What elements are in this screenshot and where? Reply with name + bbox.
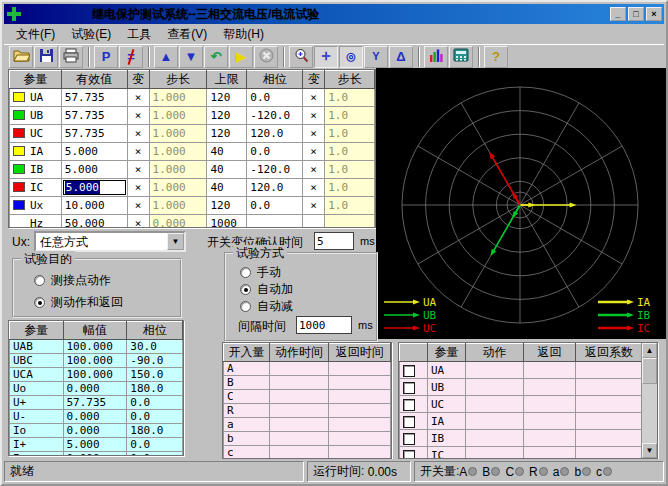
menu-item-4[interactable]: 帮助(H) [215,24,272,45]
param-limit-cell[interactable]: 120 [207,197,247,215]
param-step2-cell[interactable]: 1.0 [325,197,375,215]
close-button[interactable]: × [646,7,662,21]
param-step2-cell[interactable]: 1.0 [325,161,375,179]
param-phase-cell[interactable]: 0.0 [247,197,303,215]
param-step-cell[interactable]: 1.000 [149,107,207,125]
test-mode-option-1[interactable]: 自动加 [240,281,293,298]
param-phase-cell[interactable]: -120.0 [247,107,303,125]
checkbox[interactable] [403,382,415,394]
param-step-cell[interactable]: 0.000 [149,215,207,229]
param-limit-cell[interactable]: 40 [207,179,247,197]
calculator-button[interactable] [449,46,473,68]
scroll-up-icon[interactable]: ▲ [642,343,657,358]
param-step-cell[interactable]: 1.000 [149,161,207,179]
param-step-cell[interactable]: 1.000 [149,143,207,161]
param-step-cell[interactable]: 1.000 [149,179,207,197]
test-mode-option-2[interactable]: 自动减 [240,298,293,315]
step-up-button[interactable]: ▲ [154,46,178,68]
param-vary-cell[interactable]: × [127,107,149,125]
menu-item-3[interactable]: 查看(V) [159,24,215,45]
param-vary2-cell[interactable]: × [303,107,325,125]
bar-chart-button[interactable] [424,46,448,68]
param-step2-cell[interactable]: 1.0 [325,89,375,107]
param-value-cell[interactable]: 57.735 [61,89,127,107]
param-step-cell[interactable]: 1.000 [149,197,207,215]
interval-input[interactable] [296,316,352,334]
param-vary2-cell[interactable]: × [303,125,325,143]
param-limit-cell[interactable]: 120 [207,107,247,125]
param-vary-cell[interactable]: × [127,125,149,143]
menu-item-1[interactable]: 试验(E) [63,24,119,45]
param-phase-cell[interactable]: 0.0 [247,89,303,107]
param-step-cell[interactable]: 1.000 [149,125,207,143]
param-vary-cell[interactable]: × [127,89,149,107]
stop-button[interactable] [254,46,278,68]
maximize-button[interactable]: □ [628,7,644,21]
param-limit-cell[interactable]: 40 [207,161,247,179]
param-phase-cell[interactable]: -120.0 [247,161,303,179]
radio-button[interactable] [34,275,45,286]
param-value-cell[interactable]: 57.735 [61,107,127,125]
param-step2-cell[interactable]: 1.0 [325,179,375,197]
param-limit-cell[interactable]: 40 [207,143,247,161]
param-vary2-cell[interactable]: × [303,143,325,161]
param-vary-cell[interactable]: × [127,143,149,161]
rings-button[interactable]: ◎ [339,46,363,68]
scrollbar-thumb[interactable] [642,358,657,384]
open-button[interactable] [9,46,33,68]
param-step2-cell[interactable] [325,215,375,229]
test-purpose-option-0[interactable]: 测接点动作 [34,272,111,289]
test-mode-option-0[interactable]: 手动 [240,264,281,281]
param-vary2-cell[interactable] [303,215,325,229]
param-vary-cell[interactable]: × [127,161,149,179]
param-phase-cell[interactable]: 120.0 [247,179,303,197]
radio-button[interactable] [240,267,251,278]
axes-button[interactable]: ✛ [314,46,338,68]
print-button[interactable] [59,46,83,68]
checkbox[interactable] [403,399,415,411]
param-value-cell[interactable]: 57.735 [61,125,127,143]
checkbox[interactable] [403,433,415,445]
wye-button[interactable]: Y [364,46,388,68]
param-vary-cell[interactable]: × [127,197,149,215]
param-value-cell[interactable]: 10.000 [61,197,127,215]
checkbox[interactable] [403,365,415,377]
param-limit-cell[interactable]: 120 [207,89,247,107]
radio-button-selected[interactable] [240,284,251,295]
param-vary-cell[interactable]: × [127,179,149,197]
confirm-time-input[interactable] [314,232,354,250]
param-vary2-cell[interactable]: × [303,161,325,179]
scroll-down-icon[interactable]: ▼ [642,443,657,458]
param-step-cell[interactable]: 1.000 [149,89,207,107]
param-value-cell[interactable]: 50.000 [61,215,127,229]
param-vary2-cell[interactable]: × [303,197,325,215]
test-purpose-option-1[interactable]: 测动作和返回 [34,294,123,311]
scrollbar-track[interactable] [642,358,657,443]
param-vary2-cell[interactable]: × [303,179,325,197]
param-limit-cell[interactable]: 120 [207,125,247,143]
ux-mode-select[interactable]: 任意方式 ▼ [34,231,186,252]
run-button[interactable]: ▶ [229,46,253,68]
menu-item-2[interactable]: 工具 [119,24,159,45]
param-phase-cell[interactable]: 120.0 [247,125,303,143]
vertical-scrollbar[interactable]: ▲ ▼ [641,343,657,458]
reset-button[interactable]: ↶ [204,46,228,68]
param-value-cell[interactable]: 5.000 [61,179,127,197]
menu-item-0[interactable]: 文件(F) [8,24,63,45]
param-limit-cell[interactable]: 1000 [207,215,247,229]
param-value-cell[interactable]: 5.000 [61,143,127,161]
param-phase-cell[interactable] [247,215,303,229]
pause-button[interactable]: P [94,46,118,68]
checkbox[interactable] [403,416,415,428]
param-step2-cell[interactable]: 1.0 [325,143,375,161]
checkbox[interactable] [403,450,415,460]
minimize-button[interactable]: _ [610,7,626,21]
radio-button-selected[interactable] [34,297,45,308]
param-vary2-cell[interactable]: × [303,89,325,107]
param-value-cell[interactable]: 5.000 [61,161,127,179]
delta-button[interactable]: Δ [389,46,413,68]
param-step2-cell[interactable]: 1.0 [325,125,375,143]
phase-switch-button[interactable]: = [119,46,143,68]
param-vary-cell[interactable]: × [127,215,149,229]
zoom-button[interactable] [289,46,313,68]
